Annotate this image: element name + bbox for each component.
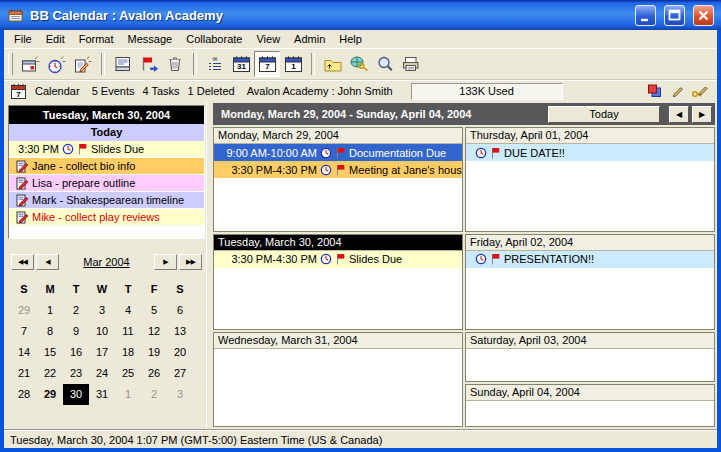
day-body[interactable] [466, 349, 714, 380]
mini-calendar-day[interactable]: 22 [37, 363, 63, 384]
event-row[interactable]: 9:00 AM-10:00 AMDocumentation Due [214, 144, 462, 161]
mini-calendar-day[interactable]: 18 [115, 342, 141, 363]
mini-calendar-day[interactable]: 16 [63, 342, 89, 363]
mini-calendar-day[interactable]: 2 [141, 384, 167, 405]
next-year-button[interactable]: ▶▶ [179, 254, 202, 270]
minimize-button[interactable] [635, 5, 656, 26]
mini-calendar-day[interactable]: 4 [115, 300, 141, 321]
menu-help[interactable]: Help [332, 31, 369, 47]
prev-week-button[interactable]: ◀ [669, 106, 689, 123]
parent-folder-button[interactable] [320, 51, 346, 77]
mini-calendar-day[interactable]: 26 [141, 363, 167, 384]
mini-calendar-day[interactable]: 13 [167, 321, 193, 342]
search-button[interactable] [372, 51, 398, 77]
today-task-item[interactable]: Lisa - prepare outline [9, 175, 204, 192]
mini-calendar-day[interactable]: 28 [11, 384, 37, 405]
day-body[interactable]: DUE DATE!! [466, 144, 714, 231]
mini-calendar-day[interactable]: 27 [167, 363, 193, 384]
week-view-button[interactable]: 7 [254, 51, 280, 77]
menu-collaborate[interactable]: Collaborate [179, 31, 249, 47]
today-task-item[interactable]: Mike - collect play reviews [9, 209, 204, 226]
mini-calendar-day[interactable]: 20 [167, 342, 193, 363]
event-row[interactable]: PRESENTATION!! [466, 251, 714, 268]
mini-calendar-day[interactable]: 17 [89, 342, 115, 363]
clock-icon [320, 253, 332, 265]
delete-button[interactable] [162, 51, 188, 77]
mini-calendar-day[interactable]: 11 [115, 321, 141, 342]
new-alarm-button[interactable] [44, 51, 70, 77]
flag-button[interactable] [136, 51, 162, 77]
menu-message[interactable]: Message [121, 31, 180, 47]
mini-calendar-day[interactable]: 1 [115, 384, 141, 405]
mini-calendar-day[interactable]: 5 [141, 300, 167, 321]
permissions-button[interactable] [346, 51, 372, 77]
mini-calendar-day[interactable]: 10 [89, 321, 115, 342]
today-task-item[interactable]: Mark - Shakespearean timeline [9, 192, 204, 209]
today-button[interactable]: Today [548, 106, 660, 123]
mini-calendar-day[interactable]: 1 [37, 300, 63, 321]
day-body[interactable] [214, 349, 462, 426]
open-item-button[interactable] [110, 51, 136, 77]
today-event-item[interactable]: 3:30 PMSlides Due [9, 141, 204, 158]
day-body[interactable]: PRESENTATION!! [466, 251, 714, 330]
day-body[interactable]: 3:30 PM-4:30 PMSlides Due [214, 251, 462, 330]
day-header[interactable]: Wednesday, March 31, 2004 [214, 333, 462, 349]
menu-view[interactable]: View [249, 31, 287, 47]
pencil-button[interactable] [668, 82, 686, 100]
list-view-button[interactable]: ∞ [202, 51, 228, 77]
today-section-label: Today [9, 124, 204, 141]
stacked-squares-button[interactable] [645, 82, 663, 100]
mini-calendar-day[interactable]: 25 [115, 363, 141, 384]
mini-calendar-day[interactable]: 7 [11, 321, 37, 342]
mini-calendar-day[interactable]: 6 [167, 300, 193, 321]
month-view-button[interactable]: 31 [228, 51, 254, 77]
mini-calendar-day[interactable]: 29 [37, 384, 63, 405]
mini-calendar-day[interactable]: 9 [63, 321, 89, 342]
mini-calendar-day[interactable]: 30 [63, 384, 89, 405]
close-button[interactable] [693, 5, 714, 26]
day-view-button[interactable]: 1 [280, 51, 306, 77]
menu-edit[interactable]: Edit [39, 31, 72, 47]
print-button[interactable] [398, 51, 424, 77]
prev-month-button[interactable]: ◀ [36, 254, 59, 270]
mini-calendar-day[interactable]: 14 [11, 342, 37, 363]
menu-file[interactable]: File [7, 31, 39, 47]
flag-small-icon [490, 253, 501, 265]
day-header[interactable]: Monday, March 29, 2004 [214, 128, 462, 144]
menu-format[interactable]: Format [72, 31, 121, 47]
day-body[interactable] [466, 401, 714, 426]
day-body[interactable]: 9:00 AM-10:00 AMDocumentation Due3:30 PM… [214, 144, 462, 231]
event-row[interactable]: 3:30 PM-4:30 PMSlides Due [214, 251, 462, 268]
event-row[interactable]: 3:30 PM-4:30 PMMeeting at Jane's house [214, 161, 462, 178]
prev-year-button[interactable]: ◀◀ [11, 254, 34, 270]
key-pencil-button[interactable] [691, 82, 709, 100]
mini-calendar-day[interactable]: 3 [167, 384, 193, 405]
mini-calendar-day[interactable]: 2 [63, 300, 89, 321]
next-month-button[interactable]: ▶ [154, 254, 177, 270]
mini-calendar-day[interactable]: 12 [141, 321, 167, 342]
tasks-count: 4 Tasks [142, 85, 179, 97]
mini-calendar-day[interactable]: 15 [37, 342, 63, 363]
mini-calendar-day[interactable]: 31 [89, 384, 115, 405]
mini-calendar-day[interactable]: 19 [141, 342, 167, 363]
menu-admin[interactable]: Admin [287, 31, 332, 47]
day-header[interactable]: Friday, April 02, 2004 [466, 235, 714, 251]
new-event-button[interactable] [18, 51, 44, 77]
mini-calendar-day[interactable]: 21 [11, 363, 37, 384]
mini-calendar-day[interactable]: 23 [63, 363, 89, 384]
day-header[interactable]: Sunday, April 04, 2004 [466, 385, 714, 401]
next-week-button[interactable]: ▶ [692, 106, 712, 123]
mini-calendar-day[interactable]: 8 [37, 321, 63, 342]
mini-calendar-day[interactable]: 24 [89, 363, 115, 384]
day-header[interactable]: Thursday, April 01, 2004 [466, 128, 714, 144]
new-task-button[interactable] [70, 51, 96, 77]
mini-calendar-day[interactable]: 3 [89, 300, 115, 321]
toolbar-gripper[interactable] [8, 53, 13, 75]
maximize-button[interactable] [664, 5, 685, 26]
month-label[interactable]: Mar 2004 [61, 256, 152, 268]
day-header[interactable]: Saturday, April 03, 2004 [466, 333, 714, 349]
day-header-today[interactable]: Tuesday, March 30, 2004 [214, 235, 462, 251]
mini-calendar-day[interactable]: 29 [11, 300, 37, 321]
today-task-item[interactable]: Jane - collect bio info [9, 158, 204, 175]
event-row[interactable]: DUE DATE!! [466, 144, 714, 161]
